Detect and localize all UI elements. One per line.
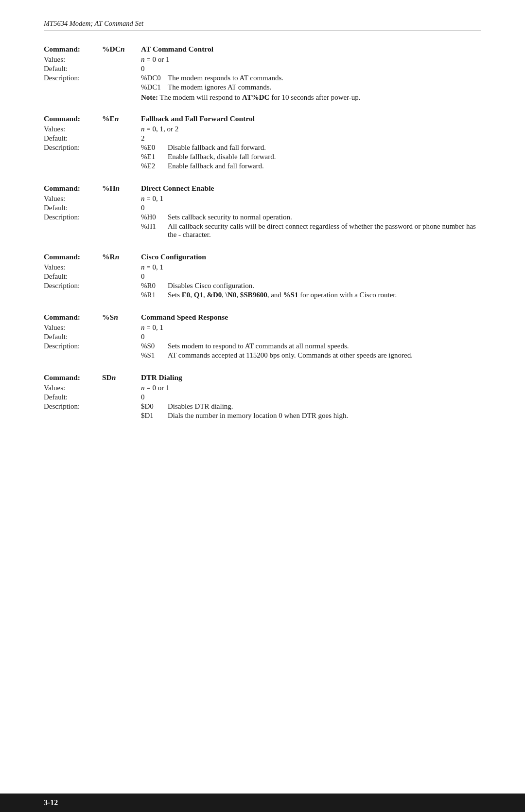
command-label-Sn: Command: (44, 313, 102, 322)
desc-block-Sn: Description: %S0 Sets modem to respond t… (44, 342, 481, 361)
desc-item-text-S0: Sets modem to respond to AT commands at … (168, 342, 481, 350)
command-row-DCn: Command: %DCn AT Command Control (44, 45, 481, 54)
command-title-En: Fallback and Fall Forward Control (141, 114, 255, 123)
command-label-DCn: Command: (44, 45, 102, 54)
command-row-Sn: Command: %Sn Command Speed Response (44, 313, 481, 322)
desc-block-Hn: Description: %H0 Sets callback security … (44, 213, 481, 240)
desc-item-code-DC1: %DC1 (141, 83, 168, 91)
command-row-SDn: Command: SDn DTR Dialing (44, 373, 481, 382)
field-row-values-Rn: Values: n = 0, 1 (44, 263, 481, 271)
field-value-default-DCn: 0 (141, 65, 145, 73)
desc-content-DCn: %DC0 The modem responds to AT commands. … (141, 74, 481, 102)
desc-item-code-H0: %H0 (141, 213, 168, 221)
desc-item-E0: %E0 Disable fallback and fall forward. (141, 144, 481, 152)
desc-item-DC1: %DC1 The modem ignores AT commands. (141, 83, 481, 91)
desc-item-code-S1: %S1 (141, 351, 168, 360)
desc-item-R1: %R1 Sets E0, Q1, &D0, \N0, $SB9600, and … (141, 291, 481, 299)
field-row-default-En: Default: 2 (44, 134, 481, 143)
field-label-values-SDn: Values: (44, 384, 102, 392)
command-row-En: Command: %En Fallback and Fall Forward C… (44, 114, 481, 123)
page-footer: 3-12 (0, 794, 525, 812)
command-section-DCn: Command: %DCn AT Command Control Values:… (44, 45, 481, 102)
desc-label-DCn: Description: (44, 74, 102, 82)
page-header-title: MT5634 Modem; AT Command Set (44, 19, 143, 28)
desc-block-SDn: Description: $D0 Disables DTR dialing. $… (44, 402, 481, 421)
desc-block-En: Description: %E0 Disable fallback and fa… (44, 144, 481, 171)
field-row-default-Sn: Default: 0 (44, 333, 481, 341)
command-section-SDn: Command: SDn DTR Dialing Values: n = 0 o… (44, 373, 481, 421)
desc-item-DC0: %DC0 The modem responds to AT commands. (141, 74, 481, 82)
command-title-Sn: Command Speed Response (141, 313, 228, 322)
field-label-values-Rn: Values: (44, 263, 102, 271)
desc-item-text-E1: Enable fallback, disable fall forward. (168, 153, 481, 161)
field-label-values-En: Values: (44, 125, 102, 133)
field-value-Sn: n = 0, 1 (141, 324, 163, 332)
command-code-Sn: %Sn (102, 313, 141, 322)
desc-item-code-E0: %E0 (141, 144, 168, 152)
field-row-values-Hn: Values: n = 0, 1 (44, 195, 481, 203)
desc-item-text-E0: Disable fallback and fall forward. (168, 144, 481, 152)
desc-label-En: Description: (44, 144, 102, 152)
desc-content-Sn: %S0 Sets modem to respond to AT commands… (141, 342, 481, 361)
field-row-default-Rn: Default: 0 (44, 272, 481, 281)
desc-item-H1: %H1 All callback security calls will be … (141, 222, 481, 239)
field-label-default-En: Default: (44, 134, 102, 143)
command-section-Hn: Command: %Hn Direct Connect Enable Value… (44, 184, 481, 240)
desc-item-text-DC0: The modem responds to AT commands. (168, 74, 481, 82)
desc-item-code-H1: %H1 (141, 222, 168, 231)
command-code-Hn: %Hn (102, 184, 141, 193)
command-title-DCn: AT Command Control (141, 45, 213, 54)
field-row-values-DCn: Values: n = 0 or 1 (44, 55, 481, 64)
command-code-En: %En (102, 114, 141, 123)
desc-item-code-R0: %R0 (141, 282, 168, 290)
desc-item-text-R1: Sets E0, Q1, &D0, \N0, $SB9600, and %S1 … (168, 291, 481, 299)
field-value-default-Sn: 0 (141, 333, 145, 341)
note-block-DCn: Note: The modem will respond to AT%DC fo… (141, 93, 481, 102)
command-row-Hn: Command: %Hn Direct Connect Enable (44, 184, 481, 193)
command-title-SDn: DTR Dialing (141, 373, 182, 382)
commands-container: Command: %DCn AT Command Control Values:… (44, 45, 481, 421)
desc-item-code-E2: %E2 (141, 162, 168, 170)
field-value-default-Rn: 0 (141, 272, 145, 281)
desc-item-code-S0: %S0 (141, 342, 168, 350)
desc-item-E2: %E2 Enable fallback and fall forward. (141, 162, 481, 170)
field-value-SDn: n = 0 or 1 (141, 384, 169, 392)
desc-item-code-DC0: %DC0 (141, 74, 168, 82)
desc-content-Rn: %R0 Disables Cisco configuration. %R1 Se… (141, 282, 481, 300)
field-value-default-En: 2 (141, 134, 145, 143)
desc-item-code-R1: %R1 (141, 291, 168, 299)
field-value-Hn: n = 0, 1 (141, 195, 163, 203)
desc-item-text-H0: Sets callback security to normal operati… (168, 213, 481, 221)
desc-content-En: %E0 Disable fallback and fall forward. %… (141, 144, 481, 171)
desc-content-SDn: $D0 Disables DTR dialing. $D1 Dials the … (141, 402, 481, 421)
command-label-Rn: Command: (44, 253, 102, 261)
desc-item-S1: %S1 AT commands accepted at 115200 bps o… (141, 351, 481, 360)
desc-label-Hn: Description: (44, 213, 102, 221)
desc-item-D0: $D0 Disables DTR dialing. (141, 402, 481, 411)
desc-item-text-E2: Enable fallback and fall forward. (168, 162, 481, 170)
desc-item-text-D1: Dials the number in memory location 0 wh… (168, 412, 481, 420)
desc-item-code-D1: $D1 (141, 412, 168, 420)
desc-item-code-D0: $D0 (141, 402, 168, 411)
desc-item-text-D0: Disables DTR dialing. (168, 402, 481, 411)
command-section-Rn: Command: %Rn Cisco Configuration Values:… (44, 253, 481, 300)
command-code-SDn: SDn (102, 373, 141, 382)
page-number: 3-12 (44, 798, 58, 807)
command-code-Rn: %Rn (102, 253, 141, 261)
desc-content-Hn: %H0 Sets callback security to normal ope… (141, 213, 481, 240)
field-value-Rn: n = 0, 1 (141, 263, 163, 271)
field-label-values-Hn: Values: (44, 195, 102, 203)
field-row-default-DCn: Default: 0 (44, 65, 481, 73)
field-label-default-SDn: Default: (44, 393, 102, 401)
desc-label-Sn: Description: (44, 342, 102, 350)
field-value-DCn: n = 0 or 1 (141, 55, 169, 64)
desc-item-D1: $D1 Dials the number in memory location … (141, 412, 481, 420)
field-label-default-Hn: Default: (44, 204, 102, 212)
field-label-values-Sn: Values: (44, 324, 102, 332)
field-row-default-Hn: Default: 0 (44, 204, 481, 212)
command-title-Hn: Direct Connect Enable (141, 184, 214, 193)
field-value-En: n = 0, 1, or 2 (141, 125, 178, 133)
command-title-Rn: Cisco Configuration (141, 253, 206, 261)
command-row-Rn: Command: %Rn Cisco Configuration (44, 253, 481, 261)
page-header: MT5634 Modem; AT Command Set (44, 19, 481, 31)
